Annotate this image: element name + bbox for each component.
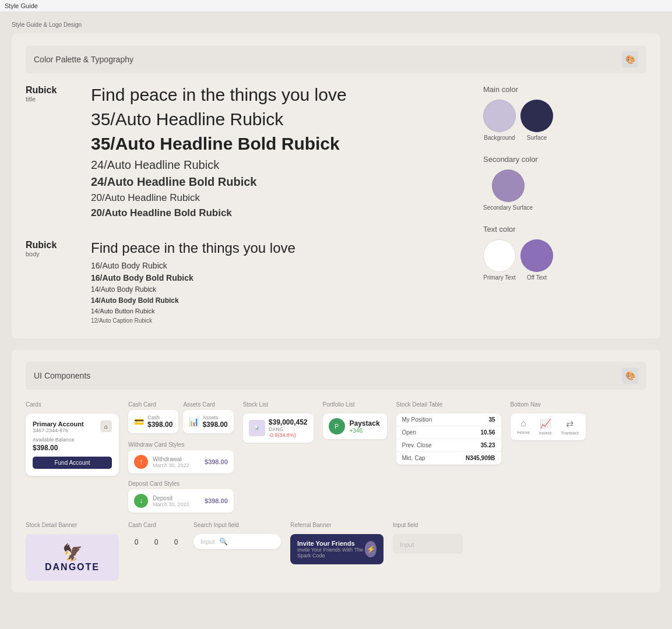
bg-color-circle bbox=[483, 100, 516, 132]
table-key: Open bbox=[402, 429, 416, 436]
nav-home[interactable]: ⌂ Home bbox=[518, 418, 530, 436]
search-input-group: Search Input field Input 🔍 bbox=[193, 522, 281, 549]
off-text-circle bbox=[520, 239, 553, 272]
stock-ticker-icon: 📊 bbox=[249, 420, 265, 436]
cash-card-inputs: 0 0 0 bbox=[128, 534, 184, 550]
card-acct-row: Primary Account 3467-2344-876 ⌂ bbox=[33, 420, 112, 433]
withdraw-info: Withdrawal March 30, 2022 bbox=[153, 456, 189, 468]
search-input-label: Search Input field bbox=[193, 522, 281, 528]
withdraw-card: ↑ Withdrawal March 30, 2022 $398.00 bbox=[128, 450, 234, 473]
assets-amt: $398.00 bbox=[202, 420, 227, 429]
input-field-label: Input field bbox=[393, 522, 463, 528]
search-icon: 🔍 bbox=[219, 538, 228, 546]
referral-icon: ⚡ bbox=[365, 541, 377, 557]
cash-card-row: 💳 Cash $398.00 bbox=[134, 415, 173, 429]
components-main-row: Cards Primary Account 3467-2344-876 ⌂ Av… bbox=[26, 401, 646, 513]
input-field-wrap[interactable]: Input bbox=[393, 534, 463, 554]
body-font-label: Rubick body bbox=[26, 240, 72, 315]
body-b3: 14/Auto Button Rubick bbox=[91, 308, 460, 314]
portfolio-group: Portfolio List P Paystack +346 bbox=[323, 401, 387, 439]
table-key: My Position bbox=[402, 416, 432, 423]
deposit-date: March 30, 2022 bbox=[153, 501, 189, 507]
deposit-amt: $398.00 bbox=[205, 497, 228, 504]
cash-icon: 💳 bbox=[134, 417, 144, 426]
nav-invest[interactable]: 📈 Invest bbox=[539, 418, 551, 436]
referral-title: Invite Your Friends bbox=[297, 540, 365, 547]
stock-row: 📊 $39,000,452 DANG -0.9(34.8%) bbox=[249, 418, 308, 438]
balance-amt: $398.00 bbox=[33, 444, 112, 452]
withdraw-label: Withdraw Card Styles bbox=[128, 441, 234, 448]
ui-components-section: UI Components 🎨 Cards Primary Account 34… bbox=[12, 350, 660, 592]
outer-container: Style Guide & Logo Design Color Palette … bbox=[0, 12, 672, 613]
cash-card-label2: Cash Card bbox=[128, 522, 184, 528]
typography-left: Rubick title Find peace in the things yo… bbox=[26, 85, 460, 327]
assets-card-row: 📊 Assets $398.00 bbox=[189, 415, 227, 429]
portfolio-card: P Paystack +346 bbox=[323, 414, 387, 439]
invest-icon: 📈 bbox=[540, 418, 551, 429]
color-palette: Main color Background Surface bbox=[483, 85, 646, 327]
cash-card-group: Cash Card 💳 Cash $398.00 bbox=[128, 401, 178, 433]
section2-title: UI Components bbox=[34, 371, 90, 380]
body-b2: 14/Auto Body Rubick bbox=[91, 285, 460, 294]
table-val: 35.23 bbox=[480, 442, 495, 448]
secondary-color-label: Secondary color bbox=[483, 155, 646, 164]
table-val: N345,909B bbox=[466, 455, 495, 461]
assets-card-group: Assets Card 📊 Assets $398.00 bbox=[183, 401, 233, 433]
portfolio-list-label: Portfolio List bbox=[323, 401, 387, 408]
stock-list-card: 📊 $39,000,452 DANG -0.9(34.8%) bbox=[243, 414, 314, 443]
headline-font-label: Rubick title bbox=[26, 85, 72, 211]
section2-header: UI Components 🎨 bbox=[26, 362, 646, 390]
headline-samples: Find peace in the things you love 35/Aut… bbox=[91, 85, 460, 222]
deposit-icon: ↓ bbox=[134, 494, 148, 508]
stock-list-group: Stock List 📊 $39,000,452 DANG -0.9(34.8%… bbox=[243, 401, 314, 443]
cash-input-3[interactable]: 0 bbox=[168, 534, 184, 550]
headline-h1-bold: 35/Auto Headline Bold Rubick bbox=[91, 134, 460, 154]
section2-icon[interactable]: 🎨 bbox=[622, 367, 638, 384]
cash-input-2[interactable]: 0 bbox=[148, 534, 164, 550]
surface-color-circle bbox=[520, 100, 553, 132]
withdraw-icon: ↑ bbox=[134, 455, 148, 469]
deposit-group: Deposit Card Styles ↓ Deposit March 30, … bbox=[128, 480, 234, 513]
transact-icon: ⇄ bbox=[566, 418, 574, 429]
portfolio-row: P Paystack +346 bbox=[329, 418, 381, 434]
card-home-icon: ⌂ bbox=[100, 420, 112, 432]
table-row: Prev. Close35.23 bbox=[396, 439, 501, 452]
assets-card: 📊 Assets $398.00 bbox=[183, 410, 233, 433]
home-icon: ⌂ bbox=[520, 418, 526, 429]
withdraw-tx-label: Withdrawal bbox=[153, 456, 189, 462]
tab-label[interactable]: Style Guide bbox=[5, 2, 38, 9]
cash-input-1[interactable]: 0 bbox=[128, 534, 145, 550]
off-text-wrap: Off Text bbox=[520, 239, 553, 281]
off-text-label: Off Text bbox=[527, 274, 547, 281]
main-color-circles: Background Surface bbox=[483, 100, 646, 141]
table-val: 10.56 bbox=[480, 429, 495, 436]
tab-bar: Style Guide bbox=[0, 0, 672, 12]
nav-transact[interactable]: ⇄ Transact bbox=[561, 418, 579, 436]
table-row: Open10.56 bbox=[396, 426, 501, 439]
card-acct-num: 3467-2344-876 bbox=[33, 427, 84, 433]
typography-section: Color Palette & Typography 🎨 Rubick titl… bbox=[12, 34, 660, 338]
cash-card: 💳 Cash $398.00 bbox=[128, 410, 178, 433]
body-samples: Find peace in the things you love 16/Aut… bbox=[91, 240, 460, 327]
deposit-label: Deposit Card Styles bbox=[128, 480, 234, 487]
section1-icon[interactable]: 🎨 bbox=[622, 51, 638, 68]
body-b2-bold: 14/Auto Body Bold Rubick bbox=[91, 296, 460, 305]
fund-account-button[interactable]: Fund Account bbox=[33, 457, 112, 469]
body-b1: 16/Auto Body Rubick bbox=[91, 261, 460, 270]
body-xl: Find peace in the things you love bbox=[91, 240, 460, 256]
bg-color-wrap: Background bbox=[483, 100, 516, 141]
dangote-text: DANGOTE bbox=[45, 562, 100, 573]
referral-banner-group: Referral Banner Invite Your Friends Invi… bbox=[290, 522, 384, 564]
search-input-wrap[interactable]: Input 🔍 bbox=[193, 534, 281, 549]
headline-h2: 24/Auto Headline Rubick bbox=[91, 158, 460, 172]
primary-text-circle bbox=[483, 239, 516, 272]
headline-h2-bold: 24/Auto Headline Bold Rubick bbox=[91, 175, 460, 189]
cash-info: Cash $398.00 bbox=[147, 415, 173, 429]
cash-card-input-group: Cash Card 0 0 0 bbox=[128, 522, 184, 550]
input-placeholder: Input bbox=[400, 541, 414, 548]
primary-text-label: Primary Text bbox=[483, 274, 515, 281]
bottom-nav: ⌂ Home 📈 Invest ⇄ Transact bbox=[511, 414, 586, 440]
stock-banner-group: Stock Detail Banner 🦅 DANGOTE bbox=[26, 522, 119, 581]
text-color-circles: Primary Text Off Text bbox=[483, 239, 646, 281]
deposit-info: Deposit March 30, 2022 bbox=[153, 495, 189, 507]
